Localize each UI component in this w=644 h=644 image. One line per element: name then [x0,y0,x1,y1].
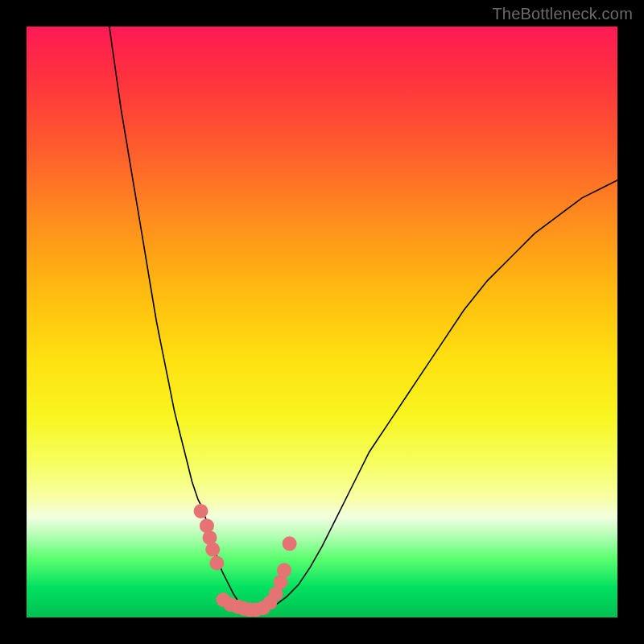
plot-area [27,27,617,617]
chart-frame: TheBottleneck.com [0,0,644,644]
data-dot [209,556,224,571]
curve-group [109,27,617,614]
data-dot [277,563,291,577]
left-branch-curve [109,27,251,614]
chart-svg [27,27,617,617]
chart-title [0,0,1,1]
data-dot [283,536,297,551]
data-dot [205,543,220,557]
data-dot [194,504,208,518]
watermark-text: TheBottleneck.com [492,5,633,23]
right-branch-curve [251,180,617,614]
